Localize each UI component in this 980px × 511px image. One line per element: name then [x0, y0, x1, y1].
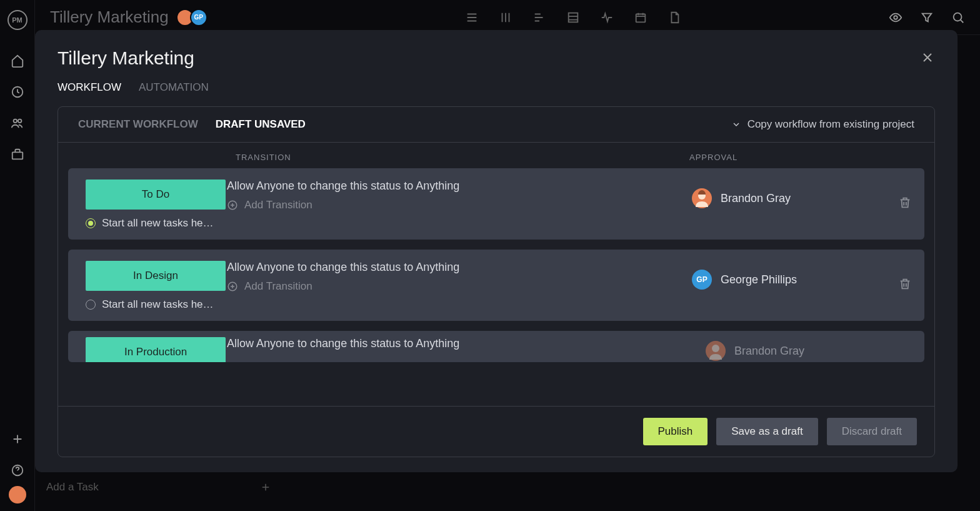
search-icon[interactable]: [951, 11, 965, 24]
start-tasks-label: Start all new tasks he…: [102, 217, 214, 230]
eye-icon[interactable]: [889, 11, 902, 24]
status-transition: Allow Anyone to change this status to An…: [226, 337, 706, 362]
approver-name: Brandon Gray: [721, 192, 791, 205]
status-chip[interactable]: In Production: [86, 337, 226, 362]
column-headers: TRANSITION APPROVAL: [58, 143, 934, 168]
status-chip[interactable]: To Do: [86, 180, 226, 210]
panel-footer: Publish Save as a draft Discard draft: [58, 406, 934, 457]
svg-point-2: [18, 119, 21, 123]
status-approval: GP George Phillips: [692, 261, 898, 311]
plus-icon: [260, 482, 271, 493]
svg-rect-6: [636, 14, 646, 22]
column-transition-header: TRANSITION: [236, 153, 689, 162]
add-transition-label: Add Transition: [244, 199, 312, 211]
transition-text: Allow Anyone to change this status to An…: [227, 337, 706, 350]
svg-point-8: [954, 13, 962, 21]
approver-name: Brandon Gray: [734, 345, 804, 358]
approver[interactable]: Brandon Gray: [692, 188, 791, 208]
help-icon[interactable]: [11, 463, 24, 477]
svg-point-12: [712, 345, 719, 352]
workflow-panel: CURRENT WORKFLOW DRAFT UNSAVED Copy work…: [58, 106, 935, 457]
user-avatar[interactable]: [9, 486, 26, 503]
modal-header: Tillery Marketing: [35, 48, 958, 69]
app-logo[interactable]: PM: [8, 10, 28, 30]
status-card: To Do Start all new tasks he… Allow Anyo…: [68, 168, 924, 240]
member-avatar: GP: [190, 9, 208, 26]
plus-circle-icon: [227, 281, 238, 292]
project-members[interactable]: GP: [180, 9, 208, 26]
svg-rect-3: [12, 152, 22, 159]
approver-avatar: GP: [692, 270, 712, 290]
approver[interactable]: GP George Phillips: [692, 270, 797, 290]
plus-icon[interactable]: [11, 432, 24, 446]
activity-icon[interactable]: [600, 11, 614, 24]
modal-tabs: WORKFLOW AUTOMATION: [35, 69, 958, 104]
status-approval: Brandon Gray: [706, 337, 912, 362]
add-transition-button[interactable]: Add Transition: [227, 280, 692, 293]
radio-unchecked-icon[interactable]: [86, 300, 96, 310]
add-transition-button[interactable]: Add Transition: [227, 199, 692, 211]
panel-header: CURRENT WORKFLOW DRAFT UNSAVED Copy work…: [58, 107, 934, 143]
start-tasks-label: Start all new tasks he…: [102, 298, 214, 311]
svg-rect-5: [569, 13, 578, 22]
approver-avatar: [706, 341, 726, 361]
chevron-down-icon: [731, 119, 741, 129]
board-view-icon[interactable]: [499, 11, 512, 24]
project-title: Tillery Marketing: [50, 8, 169, 27]
status-left: To Do Start all new tasks he…: [86, 180, 226, 230]
status-chip[interactable]: In Design: [86, 261, 226, 291]
file-view-icon[interactable]: [668, 11, 681, 24]
trash-icon[interactable]: [898, 196, 912, 210]
approver-avatar: [692, 188, 712, 208]
trash-icon[interactable]: [898, 277, 912, 291]
gantt-view-icon[interactable]: [532, 11, 546, 24]
status-approval: Brandon Gray: [692, 180, 898, 230]
top-actions: [889, 11, 965, 24]
tab-automation[interactable]: AUTOMATION: [139, 81, 209, 104]
status-left: In Design Start all new tasks he…: [86, 261, 226, 311]
calendar-view-icon[interactable]: [634, 11, 648, 24]
transition-text: Allow Anyone to change this status to An…: [227, 180, 692, 193]
status-card: In Production Allow Anyone to change thi…: [68, 331, 924, 362]
status-transition: Allow Anyone to change this status to An…: [226, 180, 692, 230]
clock-icon[interactable]: [11, 85, 24, 99]
start-tasks-row[interactable]: Start all new tasks he…: [86, 217, 226, 230]
tab-workflow[interactable]: WORKFLOW: [58, 81, 121, 104]
close-icon[interactable]: [920, 50, 935, 65]
left-rail: PM: [0, 0, 35, 511]
approver-name: George Phillips: [721, 273, 797, 286]
column-approval-header: APPROVAL: [689, 153, 914, 162]
discard-draft-button[interactable]: Discard draft: [827, 418, 917, 445]
start-tasks-row[interactable]: Start all new tasks he…: [86, 298, 226, 311]
home-icon[interactable]: [11, 54, 24, 68]
list-view-icon[interactable]: [465, 11, 479, 24]
status-card: In Design Start all new tasks he… Allow …: [68, 250, 924, 321]
status-left: In Production: [86, 337, 226, 362]
view-switcher: [258, 11, 889, 24]
filter-icon[interactable]: [920, 11, 934, 24]
copy-workflow-link[interactable]: Copy workflow from existing project: [731, 118, 914, 131]
radio-checked-icon[interactable]: [86, 218, 96, 228]
status-transition: Allow Anyone to change this status to An…: [226, 261, 692, 311]
status-list: To Do Start all new tasks he… Allow Anyo…: [58, 168, 934, 406]
publish-button[interactable]: Publish: [643, 418, 708, 445]
people-icon[interactable]: [11, 116, 24, 130]
table-view-icon[interactable]: [566, 11, 580, 24]
modal-title: Tillery Marketing: [58, 48, 920, 69]
save-draft-button[interactable]: Save as a draft: [716, 418, 818, 445]
svg-point-1: [13, 119, 16, 123]
plus-circle-icon: [227, 200, 238, 211]
workflow-modal: Tillery Marketing WORKFLOW AUTOMATION CU…: [35, 30, 958, 472]
add-task-label: Add a Task: [46, 481, 99, 493]
svg-point-7: [894, 16, 898, 19]
subtab-current-workflow[interactable]: CURRENT WORKFLOW: [78, 118, 198, 131]
add-task-bar[interactable]: Add a Task: [46, 481, 271, 493]
subtab-draft-unsaved[interactable]: DRAFT UNSAVED: [216, 118, 306, 131]
transition-text: Allow Anyone to change this status to An…: [227, 261, 692, 274]
briefcase-icon[interactable]: [11, 148, 24, 161]
copy-workflow-label: Copy workflow from existing project: [748, 118, 914, 131]
add-transition-label: Add Transition: [244, 280, 312, 293]
approver[interactable]: Brandon Gray: [706, 341, 804, 361]
